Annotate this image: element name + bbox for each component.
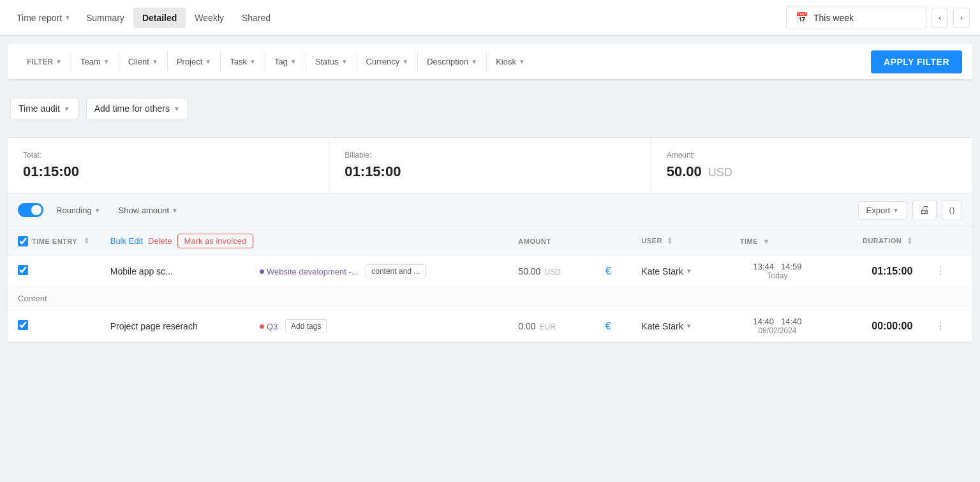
row1-user-dropdown[interactable]: Kate Stark ▼ <box>641 266 692 276</box>
row2-user-dropdown[interactable]: Kate Stark ▼ <box>641 321 692 331</box>
amount-label: Amount: <box>667 151 957 160</box>
user-sort-icon: ⇕ <box>667 237 673 245</box>
row1-project-tag: Website development -... content and ... <box>249 255 508 287</box>
filter-kiosk[interactable]: Kiosk ▼ <box>487 52 534 72</box>
row1-amount: 50.00 USD <box>508 255 595 287</box>
row1-tag-badge[interactable]: content and ... <box>366 264 426 278</box>
add-time-for-others-button[interactable]: Add time for others ▼ <box>86 98 188 119</box>
filter-description[interactable]: Description ▼ <box>418 52 487 72</box>
row2-more-button[interactable]: ⋮ <box>933 317 948 335</box>
show-amount-button[interactable]: Show amount ▼ <box>114 203 183 218</box>
print-icon: 🖨 <box>919 204 930 215</box>
tab-weekly[interactable]: Weekly <box>186 8 233 28</box>
row2-duration: 00:00:00 <box>825 310 923 342</box>
export-chevron: ▼ <box>893 207 899 214</box>
nav-right: 📅 This week ‹ › <box>786 6 970 29</box>
status-chevron: ▼ <box>341 58 348 65</box>
row2-checkbox[interactable] <box>18 320 28 330</box>
time-audit-button[interactable]: Time audit ▼ <box>10 98 78 119</box>
th-time: TIME ▼ <box>730 227 826 255</box>
billable-label: Billable: <box>345 151 635 160</box>
row1-euro-icon[interactable]: € <box>605 266 611 276</box>
filter-label-item[interactable]: FILTER ▼ <box>18 52 71 72</box>
th-amount: AMOUNT <box>508 227 595 255</box>
row2-time-range: 14:40 14:40 <box>740 317 815 326</box>
time-report-label: Time report <box>17 13 62 23</box>
tag-chevron: ▼ <box>290 58 297 65</box>
filter-task[interactable]: Task ▼ <box>221 52 265 72</box>
row1-checkbox[interactable] <box>18 265 28 275</box>
row1-time: 13:44 14:59 Today <box>730 255 826 287</box>
filter-currency[interactable]: Currency ▼ <box>357 52 419 72</box>
th-actions <box>923 227 972 255</box>
total-label: Total: <box>23 151 313 160</box>
filter-section: FILTER ▼ Team ▼ Client ▼ Project ▼ Task … <box>8 44 972 80</box>
row2-tag-badge[interactable]: Add tags <box>285 319 327 333</box>
row2-checkbox-cell <box>8 310 100 342</box>
kiosk-chevron: ▼ <box>519 58 525 65</box>
app-container: Time report ▼ Summary Detailed Weekly Sh… <box>0 0 980 482</box>
table-row: Mobile app sc... Website development -..… <box>8 255 972 287</box>
amount-currency: USD <box>708 166 732 179</box>
group-label-row: Content <box>8 287 972 310</box>
apply-filter-button[interactable]: APPLY FILTER <box>871 50 962 73</box>
amount-value: 50.00 USD <box>667 163 957 180</box>
row1-project-dot <box>260 269 264 274</box>
group-label-cell: Content <box>8 287 972 310</box>
row2-user: Kate Stark ▼ <box>631 310 729 342</box>
rounding-toggle[interactable] <box>18 203 43 217</box>
row1-user-chevron: ▼ <box>686 267 692 275</box>
row1-checkbox-cell <box>8 255 100 287</box>
select-all-checkbox[interactable] <box>18 236 28 246</box>
table-controls-right: Export ▼ 🖨 ⟨⟩ <box>858 200 962 220</box>
prev-week-button[interactable]: ‹ <box>932 8 948 28</box>
filter-chevron: ▼ <box>56 58 62 65</box>
row1-duration: 01:15:00 <box>825 255 923 287</box>
filter-status[interactable]: Status ▼ <box>306 52 357 72</box>
mark-invoiced-button[interactable]: Mark as invoiced <box>177 234 254 248</box>
row2-euro-icon[interactable]: € <box>605 320 611 331</box>
th-checkbox: TIME ENTRY ⇕ <box>8 227 100 255</box>
main-table-section: Total: 01:15:00 Billable: 01:15:00 Amoun… <box>8 137 972 342</box>
row1-project-badge[interactable]: Website development -... <box>260 267 359 276</box>
time-entry-sort-icon: ⇕ <box>84 237 90 245</box>
bulk-edit-button[interactable]: Bulk Edit <box>110 236 143 246</box>
tab-shared[interactable]: Shared <box>233 8 279 28</box>
th-billable-icon <box>595 227 632 255</box>
filter-label: FILTER <box>27 57 53 66</box>
table-row: Project page reserach Q3 Add tags 0.00 E… <box>8 310 972 342</box>
time-entry-col-label: TIME ENTRY <box>32 237 77 245</box>
row1-billable: € <box>595 255 632 287</box>
delete-button[interactable]: Delete <box>148 236 172 246</box>
summary-panel: Total: 01:15:00 Billable: 01:15:00 Amoun… <box>8 137 972 193</box>
filter-project[interactable]: Project ▼ <box>168 52 221 72</box>
share-button[interactable]: ⟨⟩ <box>942 200 962 220</box>
action-row: Time audit ▼ Add time for others ▼ <box>0 87 980 130</box>
filter-client[interactable]: Client ▼ <box>119 52 168 72</box>
row2-more-cell: ⋮ <box>923 310 972 342</box>
duration-sort-icon: ⇕ <box>907 237 913 245</box>
export-button[interactable]: Export ▼ <box>858 201 907 220</box>
row2-time: 14:40 14:40 08/02/2024 <box>730 310 826 342</box>
row1-time-date: Today <box>740 271 815 280</box>
th-user: USER ⇕ <box>631 227 729 255</box>
filter-bar: FILTER ▼ Team ▼ Client ▼ Project ▼ Task … <box>8 44 972 80</box>
project-chevron: ▼ <box>205 58 211 65</box>
time-audit-chevron: ▼ <box>64 105 70 112</box>
row2-time-date: 08/02/2024 <box>740 326 815 335</box>
row1-user: Kate Stark ▼ <box>631 255 729 287</box>
rounding-button[interactable]: Rounding ▼ <box>51 203 106 218</box>
row2-billable: € <box>595 310 632 342</box>
row1-more-button[interactable]: ⋮ <box>933 262 948 280</box>
tab-detailed[interactable]: Detailed <box>133 8 186 28</box>
tab-summary[interactable]: Summary <box>77 8 133 28</box>
next-week-button[interactable]: › <box>953 8 970 28</box>
time-report-chevron: ▼ <box>64 14 71 21</box>
filter-tag[interactable]: Tag ▼ <box>265 52 306 72</box>
calendar-icon: 📅 <box>796 11 808 24</box>
date-picker-button[interactable]: 📅 This week <box>786 6 926 29</box>
print-button[interactable]: 🖨 <box>912 200 937 220</box>
filter-team[interactable]: Team ▼ <box>71 52 119 72</box>
time-report-dropdown[interactable]: Time report ▼ <box>10 8 77 28</box>
row2-project-badge[interactable]: Q3 <box>260 322 278 331</box>
